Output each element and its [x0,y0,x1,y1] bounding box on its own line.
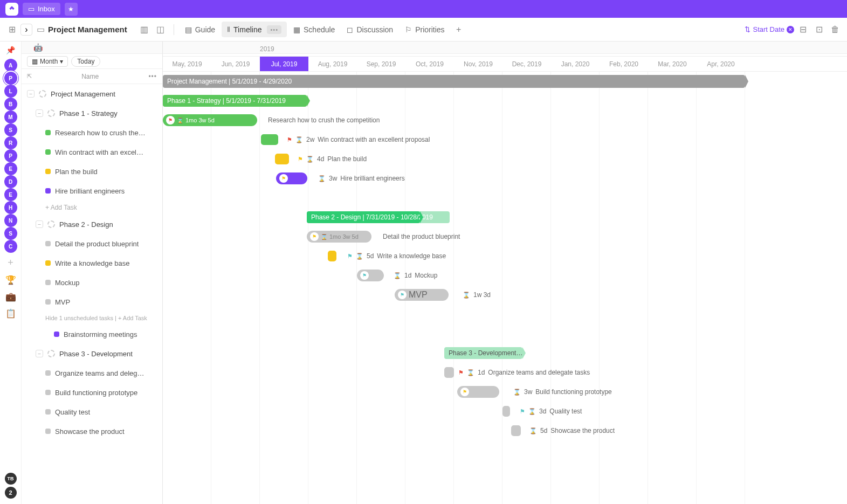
project-title: Project Management [48,25,127,34]
sort-button[interactable]: ⇅ Start Date ✕ [745,25,794,33]
gantt-icon: ⦀ [227,25,230,34]
view-priorities[interactable]: ⚐Priorities [400,22,450,37]
calendar-icon: ▦ [293,25,300,34]
view-discussion[interactable]: ◻Discussion [341,22,398,37]
inbox-label: Inbox [38,5,55,13]
divider [174,24,174,35]
more-icon[interactable]: ••• [267,25,281,34]
sort-label: Start Date [753,25,784,33]
add-view-button[interactable]: + [451,22,466,37]
view-priorities-label: Priorities [415,25,444,34]
view-timeline[interactable]: ⦀Timeline••• [222,22,287,37]
app-logo[interactable] [5,3,18,16]
layout-icon-2[interactable]: ◫ [153,22,168,37]
chat-icon: ◻ [347,25,353,34]
grid-icon[interactable]: ⊞ [4,22,19,37]
trash-icon[interactable]: 🗑 [828,22,843,37]
toolbar: ⊞ › ▭ Project Management ▥ ◫ ▤Guide ⦀Tim… [0,18,847,42]
view-guide-label: Guide [195,25,215,34]
star-button[interactable]: ★ [65,3,78,16]
inbox-button[interactable]: ▭ Inbox [23,3,60,15]
topbar: ▭ Inbox ★ [0,0,847,18]
view-schedule[interactable]: ▦Schedule [288,22,340,37]
view-schedule-label: Schedule [304,25,335,34]
sort-icon: ⇅ [745,25,750,33]
layout-icon-1[interactable]: ▥ [137,22,152,37]
chevron-right-icon[interactable]: › [20,24,32,36]
clear-sort-icon[interactable]: ✕ [787,26,794,33]
flag-icon: ⚐ [405,25,412,34]
tray-icon: ▭ [28,5,35,13]
star-icon: ★ [68,5,74,13]
settings-icon-2[interactable]: ⊡ [811,22,827,37]
doc-icon: ▤ [185,25,192,34]
list-icon: ▭ [37,24,45,34]
settings-icon-1[interactable]: ⊟ [795,22,810,37]
view-guide[interactable]: ▤Guide [180,22,221,37]
view-timeline-label: Timeline [233,25,261,34]
view-discussion-label: Discussion [356,25,393,34]
